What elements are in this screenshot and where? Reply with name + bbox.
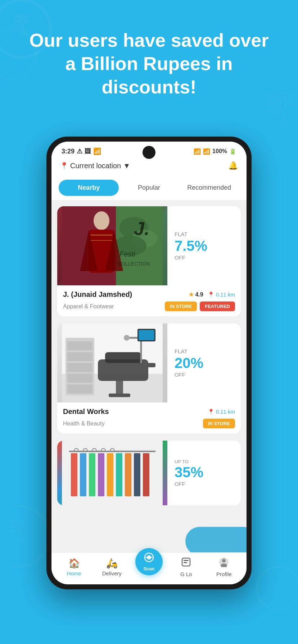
- nav-delivery-label: Delivery: [102, 570, 122, 576]
- hero-section: Our users have saved over a Billion Rupe…: [0, 29, 298, 99]
- discount-percent-dental: 20%: [175, 356, 234, 370]
- tab-nearby[interactable]: Nearby: [59, 180, 119, 196]
- battery-display: 100%: [212, 148, 227, 155]
- home-icon: 🏠: [68, 558, 80, 569]
- svg-rect-33: [116, 381, 123, 395]
- app-header: 📍 Current location ▼ 🔔: [51, 158, 247, 175]
- svg-rect-42: [71, 453, 77, 496]
- notification-bell-icon[interactable]: 🔔: [228, 161, 238, 170]
- location-pin-icon: 📍: [60, 162, 68, 170]
- time-display: 3:29: [62, 148, 74, 155]
- glo-icon: [181, 557, 191, 570]
- svg-rect-55: [184, 560, 189, 561]
- nav-profile[interactable]: Profile: [209, 557, 238, 577]
- category-dental: Health & Beauty: [63, 420, 105, 427]
- status-right: 📶 📶 100% 🔋: [194, 148, 236, 155]
- delivery-icon: 🛵: [106, 558, 118, 569]
- nav-glo-label: G Lo: [180, 571, 192, 577]
- rating-value-jj: 4.9: [195, 291, 203, 298]
- store-image-jj: J. Festi COLLECTION: [57, 206, 167, 285]
- phone-frame: 3:29 ⚠ 🖼 📶 📶 📶 100% 🔋 📍 Current location…: [46, 137, 252, 589]
- tab-bar: Nearby Popular Recommended: [51, 175, 247, 201]
- card-info-jj: J. (Junaid Jamshed) ★ 4.9 📍 0.11 km: [57, 285, 241, 316]
- card-top-row-jj: J. (Junaid Jamshed) ★ 4.9 📍 0.11 km: [63, 290, 235, 299]
- discount-flat-dental: FLAT: [175, 348, 234, 354]
- store-list[interactable]: J. Festi COLLECTION FLAT 7.5% OFF J. (Ju…: [51, 201, 247, 553]
- svg-rect-28: [67, 374, 92, 383]
- phone-screen: 3:29 ⚠ 🖼 📶 📶 📶 100% 🔋 📍 Current location…: [51, 142, 247, 584]
- svg-rect-46: [107, 453, 113, 496]
- category-jj: Apparel & Footwear: [63, 303, 114, 310]
- location-selector[interactable]: 📍 Current location ▼: [60, 162, 130, 170]
- store-image-clothing: [57, 441, 167, 505]
- svg-rect-27: [67, 363, 92, 372]
- svg-rect-50: [143, 453, 149, 496]
- hero-heading: Our users have saved over a Billion Rupe…: [22, 29, 276, 99]
- store-name-jj: J. (Junaid Jamshed): [63, 290, 132, 299]
- image-icon: 🖼: [85, 148, 91, 155]
- svg-rect-32: [145, 363, 155, 367]
- wifi-icon: 📶: [194, 148, 201, 155]
- location-dot-icon-dental: 📍: [208, 409, 215, 415]
- dropdown-arrow-icon: ▼: [123, 162, 130, 170]
- svg-rect-29: [67, 385, 92, 394]
- svg-rect-31: [105, 352, 141, 363]
- status-left: 3:29 ⚠ 🖼 📶: [62, 147, 101, 155]
- svg-rect-56: [184, 562, 187, 563]
- svg-point-37: [124, 335, 130, 341]
- nav-delivery[interactable]: 🛵 Delivery: [98, 558, 126, 576]
- store-card-clothing[interactable]: UP TO 35% OFF: [57, 441, 241, 505]
- discount-percent-clothing: 35%: [175, 465, 234, 479]
- meta-right-dental: 📍 0.11 km: [208, 409, 235, 415]
- tab-popular[interactable]: Popular: [119, 180, 179, 196]
- svg-text:COLLECTION: COLLECTION: [118, 261, 150, 267]
- nav-home[interactable]: 🏠 Home: [60, 558, 89, 576]
- nav-scan-button[interactable]: Scan: [135, 548, 163, 575]
- decor-bottom-right: [251, 561, 298, 615]
- card-discount-dental: FLAT 20% OFF: [167, 323, 241, 402]
- svg-rect-49: [134, 453, 140, 496]
- nav-profile-label: Profile: [216, 571, 232, 577]
- store-card-dental[interactable]: FLAT 20% OFF Dental Works 📍 0.11 km: [57, 323, 241, 433]
- nav-home-label: Home: [67, 570, 81, 576]
- meta-right-jj: ★ 4.9 📍 0.11 km: [189, 291, 235, 298]
- svg-point-6: [257, 567, 298, 610]
- svg-rect-39: [139, 330, 154, 340]
- card-discount-jj: FLAT 7.5% OFF: [167, 206, 241, 285]
- battery-icon: 🔋: [229, 148, 236, 155]
- rating-jj: ★ 4.9: [189, 291, 203, 298]
- badge-instore-dental: IN STORE: [203, 419, 235, 428]
- svg-text:J.: J.: [134, 218, 149, 239]
- svg-point-4: [0, 506, 49, 567]
- store-image-dental: [57, 323, 167, 402]
- star-icon: ★: [189, 291, 194, 298]
- distance-value-dental: 0.11 km: [216, 409, 235, 415]
- store-card-jj[interactable]: J. Festi COLLECTION FLAT 7.5% OFF J. (Ju…: [57, 206, 241, 316]
- profile-icon: [219, 557, 229, 570]
- tab-recommended[interactable]: Recommended: [179, 180, 239, 196]
- card-info-dental: Dental Works 📍 0.11 km Health & Beauty I…: [57, 402, 241, 433]
- nearby-tab-label: Nearby: [78, 184, 100, 191]
- card-image-area-jj: J. Festi COLLECTION FLAT 7.5% OFF: [57, 206, 241, 285]
- card-discount-clothing: UP TO 35% OFF: [167, 441, 241, 505]
- svg-rect-47: [116, 453, 122, 496]
- svg-text:Festi: Festi: [119, 250, 135, 258]
- svg-rect-34: [109, 394, 130, 397]
- store-name-dental: Dental Works: [63, 408, 109, 416]
- svg-rect-45: [98, 453, 104, 496]
- discount-flat-jj: FLAT: [175, 231, 234, 237]
- recommended-tab-label: Recommended: [187, 184, 231, 191]
- card-bottom-row-jj: Apparel & Footwear IN STORE FEATURED: [63, 302, 235, 311]
- svg-rect-43: [80, 453, 86, 496]
- nav-glo[interactable]: G Lo: [172, 557, 200, 577]
- discount-off-clothing: OFF: [175, 481, 234, 487]
- svg-rect-26: [67, 352, 92, 361]
- card-top-row-dental: Dental Works 📍 0.11 km: [63, 408, 235, 416]
- bottom-navigation: 🏠 Home 🛵 Delivery Scan: [51, 552, 247, 584]
- badge-featured-jj: FEATURED: [200, 302, 235, 311]
- scan-icon: [144, 552, 154, 565]
- svg-rect-25: [67, 341, 92, 350]
- alert-icon: ⚠: [77, 147, 82, 155]
- svg-rect-44: [89, 453, 95, 496]
- decor-bottom-left: ₹: [0, 500, 54, 572]
